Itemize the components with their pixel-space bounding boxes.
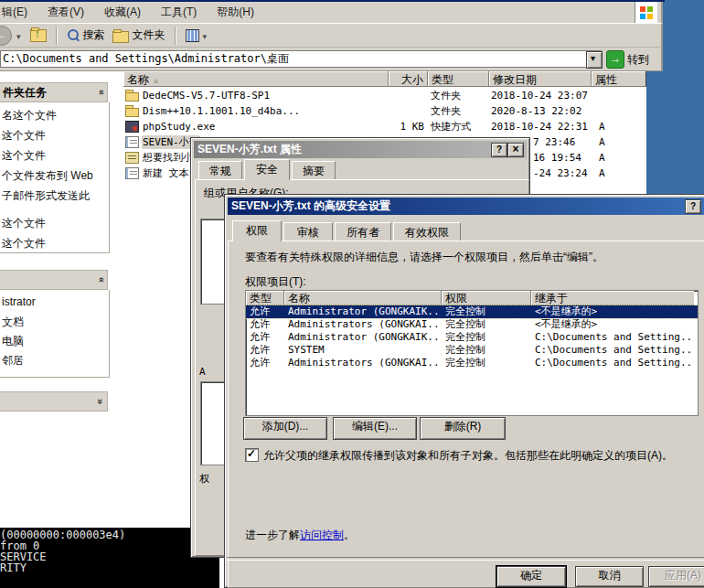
search-button[interactable]: 搜索 <box>63 26 109 45</box>
column-headers: 名称 ▲ 大小 类型 修改日期 属性 <box>123 71 646 87</box>
acl-row-selected[interactable]: 允许 Administrator (GONGKAIK... 完全控制 <不是继承… <box>246 305 698 318</box>
ok-button[interactable]: 确定 <box>496 566 566 587</box>
folder-tasks-title: 件夹任务 <box>3 85 47 101</box>
note-file-icon <box>125 152 139 164</box>
toolbar-separator <box>175 27 176 45</box>
header-date[interactable]: 修改日期 <box>489 71 592 87</box>
menu-tools[interactable]: 工具(T) <box>161 5 197 20</box>
tab-permissions[interactable]: 权限 <box>232 220 282 241</box>
text-fragment: A <box>199 366 206 378</box>
acl-row[interactable]: 允许 Administrators (GONGKAI... 完全控制 C:\Do… <box>246 357 698 369</box>
help-button[interactable] <box>685 199 701 214</box>
place-my-computer[interactable]: 电脑 <box>2 334 24 349</box>
place-administrator[interactable]: istrator <box>2 295 36 308</box>
back-button-icon[interactable] <box>0 26 12 46</box>
task-email-file[interactable]: 子邮件形式发送此 <box>2 188 90 204</box>
group-list-sliver <box>200 219 226 305</box>
menu-help[interactable]: 帮助(H) <box>217 5 254 20</box>
access-control-link[interactable]: 访问控制 <box>300 529 344 541</box>
task-rename-file[interactable]: 名这个文件 <box>2 108 57 123</box>
header-attr[interactable]: 属性 <box>592 71 646 87</box>
go-button[interactable]: 转到 <box>606 50 649 69</box>
properties-titlebar: SEVEN-小芳.txt 属性 <box>194 141 527 158</box>
delete-button[interactable]: 删除(R) <box>420 417 506 440</box>
tab-security[interactable]: 安全 <box>244 159 290 180</box>
advanced-titlebar: SEVEN-小芳.txt 的高级安全设置 <box>228 198 704 215</box>
cancel-button[interactable]: 取消 <box>575 566 644 587</box>
file-name: DedeCMS-V5.7-UTF8-SP1 <box>143 90 270 102</box>
file-name: 想要找到小 <box>143 151 193 165</box>
views-button[interactable] <box>182 27 211 44</box>
file-row[interactable]: Dism++10.1.1001.10_d4ba... 文件夹 2020-8-13… <box>123 103 646 119</box>
task-delete-file[interactable]: 这个文件 <box>2 236 46 251</box>
task-print-file[interactable]: 这个文件 <box>2 216 46 231</box>
footer-separator <box>227 557 704 561</box>
menu-edit[interactable]: 辑(E) <box>2 5 27 20</box>
acl-header-name[interactable]: 名称 <box>284 291 442 305</box>
file-row[interactable]: phpStudy.exe 1 KB 快捷方式 2018-10-24 22:31 … <box>123 119 646 134</box>
permission-entries-label: 权限项目(T): <box>245 274 306 290</box>
address-dropdown-button[interactable] <box>586 51 603 69</box>
menu-favorites[interactable]: 收藏(A) <box>104 5 141 20</box>
inherit-checkbox-label: 允许父项的继承权限传播到该对象和所有子对象。包括那些在此明确定义的项目(A)。 <box>263 448 702 464</box>
console-window[interactable]: (00000000:000003e4) from 0 SERVICE RITY <box>0 528 219 588</box>
acl-header-type[interactable]: 类型 <box>246 291 284 305</box>
expand-icon[interactable] <box>98 396 103 407</box>
go-arrow-icon <box>606 50 624 69</box>
add-button[interactable]: 添加(D)... <box>243 417 327 440</box>
properties-title: SEVEN-小芳.txt 属性 <box>197 142 302 157</box>
place-network[interactable]: 邻居 <box>2 353 24 369</box>
collapse-icon[interactable] <box>98 274 103 285</box>
learn-more-text: 进一步了解访问控制。 <box>245 528 355 543</box>
collapse-icon[interactable] <box>98 87 103 98</box>
header-name[interactable]: 名称 ▲ <box>123 71 389 87</box>
file-row[interactable]: DedeCMS-V5.7-UTF8-SP1 文件夹 2018-10-24 23:… <box>123 88 646 103</box>
acl-row[interactable]: 允许 Administrator (GONGKAIK... 完全控制 C:\Do… <box>246 331 698 344</box>
close-button[interactable] <box>507 143 524 157</box>
task-publish-web[interactable]: 个文件发布到 Web <box>2 168 93 184</box>
address-input[interactable] <box>0 50 602 68</box>
inherit-checkbox[interactable] <box>245 448 259 462</box>
search-label: 搜索 <box>83 27 105 43</box>
task-copy-file[interactable]: 这个文件 <box>2 148 46 164</box>
acl-row[interactable]: 允许 SYSTEM 完全控制 C:\Documents and Setting.… <box>246 344 698 357</box>
apply-button[interactable]: 应用(A) <box>648 566 704 587</box>
details-header[interactable] <box>0 391 108 412</box>
folders-icon <box>112 31 129 43</box>
acl-header-inherited-from[interactable]: 继承于 <box>531 291 694 305</box>
tab-summary[interactable]: 摘要 <box>292 161 336 179</box>
tab-owner[interactable]: 所有者 <box>335 222 391 241</box>
toolbar: 搜索 文件夹 <box>0 23 663 48</box>
sort-asc-icon: ▲ <box>152 76 160 85</box>
back-dropdown-icon[interactable] <box>16 29 21 42</box>
folder-tasks-header[interactable]: 件夹任务 <box>0 82 108 102</box>
application-icon <box>125 121 139 133</box>
folders-label: 文件夹 <box>133 27 165 43</box>
folders-button[interactable]: 文件夹 <box>109 26 169 45</box>
console-line: SERVICE <box>0 551 219 562</box>
up-button[interactable] <box>27 27 50 44</box>
tab-effective-permissions[interactable]: 有效权限 <box>393 222 461 241</box>
permission-list-sliver <box>200 381 226 465</box>
help-button[interactable] <box>491 143 507 157</box>
header-size[interactable]: 大小 <box>389 71 428 87</box>
toolbar-separator <box>56 27 58 45</box>
tab-general[interactable]: 常规 <box>198 161 242 179</box>
file-name: Dism++10.1.1001.10_d4ba... <box>143 105 300 117</box>
address-bar: 转到 <box>0 48 663 71</box>
other-places-header[interactable] <box>0 270 108 290</box>
menu-view[interactable]: 查看(V) <box>48 5 84 20</box>
header-type[interactable]: 类型 <box>428 71 489 87</box>
go-label: 转到 <box>627 52 649 68</box>
place-my-documents[interactable]: 文档 <box>2 315 24 330</box>
task-move-file[interactable]: 这个文件 <box>2 128 46 144</box>
folder-icon <box>125 108 139 117</box>
text-file-icon <box>125 167 139 179</box>
acl-row[interactable]: 允许 Administrators (GONGKAI... 完全控制 <不是继承… <box>246 318 698 331</box>
edit-button[interactable]: 编辑(E)... <box>333 417 417 440</box>
views-dropdown-icon <box>203 29 208 42</box>
tab-auditing[interactable]: 审核 <box>283 222 333 241</box>
acl-header-permission[interactable]: 权限 <box>442 291 531 305</box>
menu-bar: 辑(E) 查看(V) 收藏(A) 工具(T) 帮助(H) <box>0 2 663 23</box>
task-pane: 件夹任务 名这个文件 这个文件 这个文件 个文件发布到 Web 子邮件形式发送此… <box>0 71 123 588</box>
